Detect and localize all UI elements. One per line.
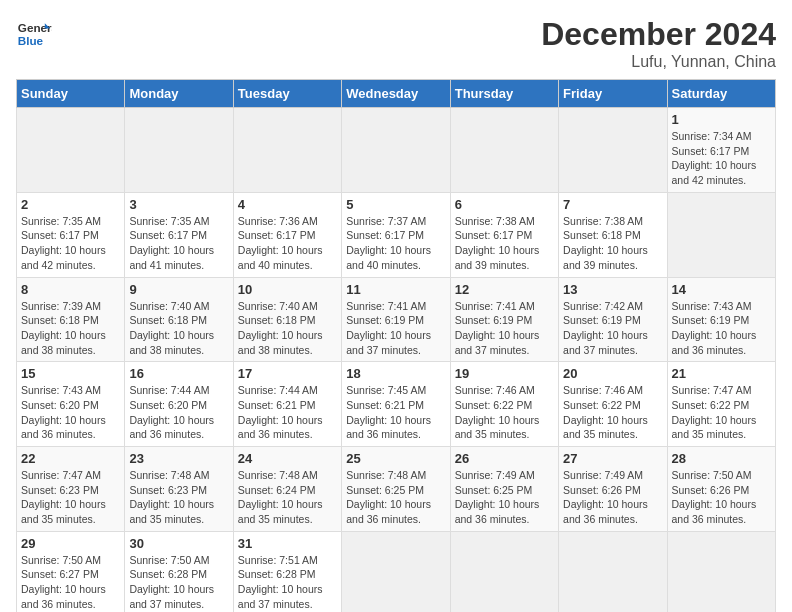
empty-cell: [667, 531, 775, 612]
empty-cell: [559, 108, 667, 193]
day-cell-7: 7Sunrise: 7:38 AMSunset: 6:18 PMDaylight…: [559, 192, 667, 277]
day-info: Sunrise: 7:39 AMSunset: 6:18 PMDaylight:…: [21, 299, 120, 358]
day-number: 20: [563, 366, 662, 381]
day-cell-23: 23Sunrise: 7:48 AMSunset: 6:23 PMDayligh…: [125, 447, 233, 532]
day-header-sunday: Sunday: [17, 80, 125, 108]
day-number: 31: [238, 536, 337, 551]
day-header-tuesday: Tuesday: [233, 80, 341, 108]
day-header-saturday: Saturday: [667, 80, 775, 108]
day-cell-29: 29Sunrise: 7:50 AMSunset: 6:27 PMDayligh…: [17, 531, 125, 612]
day-header-friday: Friday: [559, 80, 667, 108]
day-cell-16: 16Sunrise: 7:44 AMSunset: 6:20 PMDayligh…: [125, 362, 233, 447]
day-number: 19: [455, 366, 554, 381]
day-info: Sunrise: 7:47 AMSunset: 6:22 PMDaylight:…: [672, 383, 771, 442]
empty-cell: [17, 108, 125, 193]
day-cell-3: 3Sunrise: 7:35 AMSunset: 6:17 PMDaylight…: [125, 192, 233, 277]
day-cell-27: 27Sunrise: 7:49 AMSunset: 6:26 PMDayligh…: [559, 447, 667, 532]
empty-cell: [342, 108, 450, 193]
day-cell-12: 12Sunrise: 7:41 AMSunset: 6:19 PMDayligh…: [450, 277, 558, 362]
day-header-monday: Monday: [125, 80, 233, 108]
empty-cell: [342, 531, 450, 612]
empty-cell: [667, 192, 775, 277]
day-number: 8: [21, 282, 120, 297]
day-info: Sunrise: 7:45 AMSunset: 6:21 PMDaylight:…: [346, 383, 445, 442]
day-number: 12: [455, 282, 554, 297]
day-info: Sunrise: 7:41 AMSunset: 6:19 PMDaylight:…: [455, 299, 554, 358]
calendar-week-5: 22Sunrise: 7:47 AMSunset: 6:23 PMDayligh…: [17, 447, 776, 532]
day-number: 17: [238, 366, 337, 381]
day-info: Sunrise: 7:43 AMSunset: 6:20 PMDaylight:…: [21, 383, 120, 442]
day-info: Sunrise: 7:41 AMSunset: 6:19 PMDaylight:…: [346, 299, 445, 358]
day-cell-6: 6Sunrise: 7:38 AMSunset: 6:17 PMDaylight…: [450, 192, 558, 277]
day-cell-18: 18Sunrise: 7:45 AMSunset: 6:21 PMDayligh…: [342, 362, 450, 447]
day-header-wednesday: Wednesday: [342, 80, 450, 108]
svg-text:Blue: Blue: [18, 34, 44, 47]
day-number: 22: [21, 451, 120, 466]
day-info: Sunrise: 7:49 AMSunset: 6:25 PMDaylight:…: [455, 468, 554, 527]
calendar-table: SundayMondayTuesdayWednesdayThursdayFrid…: [16, 79, 776, 612]
day-number: 24: [238, 451, 337, 466]
day-number: 29: [21, 536, 120, 551]
day-cell-24: 24Sunrise: 7:48 AMSunset: 6:24 PMDayligh…: [233, 447, 341, 532]
day-number: 26: [455, 451, 554, 466]
empty-cell: [233, 108, 341, 193]
page-subtitle: Lufu, Yunnan, China: [541, 53, 776, 71]
calendar-week-1: 1Sunrise: 7:34 AMSunset: 6:17 PMDaylight…: [17, 108, 776, 193]
calendar-week-3: 8Sunrise: 7:39 AMSunset: 6:18 PMDaylight…: [17, 277, 776, 362]
day-cell-4: 4Sunrise: 7:36 AMSunset: 6:17 PMDaylight…: [233, 192, 341, 277]
day-cell-14: 14Sunrise: 7:43 AMSunset: 6:19 PMDayligh…: [667, 277, 775, 362]
day-info: Sunrise: 7:43 AMSunset: 6:19 PMDaylight:…: [672, 299, 771, 358]
day-info: Sunrise: 7:42 AMSunset: 6:19 PMDaylight:…: [563, 299, 662, 358]
day-info: Sunrise: 7:50 AMSunset: 6:27 PMDaylight:…: [21, 553, 120, 612]
day-number: 9: [129, 282, 228, 297]
page-header: General Blue December 2024 Lufu, Yunnan,…: [16, 16, 776, 71]
day-cell-13: 13Sunrise: 7:42 AMSunset: 6:19 PMDayligh…: [559, 277, 667, 362]
day-info: Sunrise: 7:35 AMSunset: 6:17 PMDaylight:…: [21, 214, 120, 273]
day-cell-26: 26Sunrise: 7:49 AMSunset: 6:25 PMDayligh…: [450, 447, 558, 532]
day-info: Sunrise: 7:44 AMSunset: 6:21 PMDaylight:…: [238, 383, 337, 442]
day-info: Sunrise: 7:40 AMSunset: 6:18 PMDaylight:…: [129, 299, 228, 358]
calendar-week-4: 15Sunrise: 7:43 AMSunset: 6:20 PMDayligh…: [17, 362, 776, 447]
title-block: December 2024 Lufu, Yunnan, China: [541, 16, 776, 71]
day-number: 18: [346, 366, 445, 381]
day-info: Sunrise: 7:47 AMSunset: 6:23 PMDaylight:…: [21, 468, 120, 527]
page-title: December 2024: [541, 16, 776, 53]
calendar-week-6: 29Sunrise: 7:50 AMSunset: 6:27 PMDayligh…: [17, 531, 776, 612]
day-cell-31: 31Sunrise: 7:51 AMSunset: 6:28 PMDayligh…: [233, 531, 341, 612]
day-number: 3: [129, 197, 228, 212]
day-number: 6: [455, 197, 554, 212]
day-info: Sunrise: 7:50 AMSunset: 6:28 PMDaylight:…: [129, 553, 228, 612]
empty-cell: [450, 108, 558, 193]
day-number: 25: [346, 451, 445, 466]
day-info: Sunrise: 7:46 AMSunset: 6:22 PMDaylight:…: [455, 383, 554, 442]
day-info: Sunrise: 7:48 AMSunset: 6:24 PMDaylight:…: [238, 468, 337, 527]
day-number: 30: [129, 536, 228, 551]
day-number: 27: [563, 451, 662, 466]
day-cell-8: 8Sunrise: 7:39 AMSunset: 6:18 PMDaylight…: [17, 277, 125, 362]
day-number: 23: [129, 451, 228, 466]
day-number: 28: [672, 451, 771, 466]
day-number: 16: [129, 366, 228, 381]
day-info: Sunrise: 7:40 AMSunset: 6:18 PMDaylight:…: [238, 299, 337, 358]
day-info: Sunrise: 7:44 AMSunset: 6:20 PMDaylight:…: [129, 383, 228, 442]
day-info: Sunrise: 7:46 AMSunset: 6:22 PMDaylight:…: [563, 383, 662, 442]
day-cell-11: 11Sunrise: 7:41 AMSunset: 6:19 PMDayligh…: [342, 277, 450, 362]
day-info: Sunrise: 7:49 AMSunset: 6:26 PMDaylight:…: [563, 468, 662, 527]
logo-icon: General Blue: [16, 16, 52, 52]
day-info: Sunrise: 7:35 AMSunset: 6:17 PMDaylight:…: [129, 214, 228, 273]
day-info: Sunrise: 7:38 AMSunset: 6:18 PMDaylight:…: [563, 214, 662, 273]
day-cell-25: 25Sunrise: 7:48 AMSunset: 6:25 PMDayligh…: [342, 447, 450, 532]
day-number: 14: [672, 282, 771, 297]
day-header-thursday: Thursday: [450, 80, 558, 108]
day-info: Sunrise: 7:48 AMSunset: 6:23 PMDaylight:…: [129, 468, 228, 527]
day-number: 4: [238, 197, 337, 212]
day-cell-1: 1Sunrise: 7:34 AMSunset: 6:17 PMDaylight…: [667, 108, 775, 193]
day-number: 2: [21, 197, 120, 212]
day-number: 11: [346, 282, 445, 297]
day-cell-9: 9Sunrise: 7:40 AMSunset: 6:18 PMDaylight…: [125, 277, 233, 362]
empty-cell: [450, 531, 558, 612]
day-cell-20: 20Sunrise: 7:46 AMSunset: 6:22 PMDayligh…: [559, 362, 667, 447]
calendar-header-row: SundayMondayTuesdayWednesdayThursdayFrid…: [17, 80, 776, 108]
day-info: Sunrise: 7:36 AMSunset: 6:17 PMDaylight:…: [238, 214, 337, 273]
empty-cell: [559, 531, 667, 612]
